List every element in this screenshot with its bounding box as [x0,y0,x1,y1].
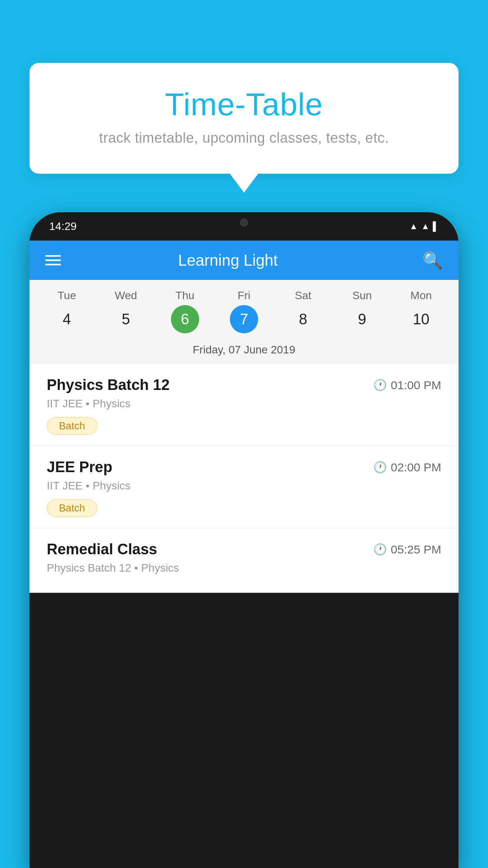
day-num-2: 6 [171,305,199,333]
day-num-5: 9 [348,305,376,333]
wifi-icon: ▲ [409,221,418,232]
clock-icon-1: 🕐 [373,461,387,474]
day-col-3[interactable]: Fri 7 [218,289,270,333]
day-col-5[interactable]: Sun 9 [337,289,388,333]
bubble-subtitle: track timetable, upcoming classes, tests… [61,130,427,146]
day-col-2[interactable]: Thu 6 [160,289,211,333]
day-col-4[interactable]: Sat 8 [277,289,328,333]
class-name-0: Physics Batch 12 [47,377,170,394]
app-title: Learning Light [45,252,411,269]
class-meta-2: Physics Batch 12 • Physics [47,562,441,574]
app-bar: Learning Light 🔍 [29,241,459,280]
day-name-5: Sun [352,289,372,302]
class-meta-0: IIT JEE • Physics [47,397,441,410]
days-row: Tue 4 Wed 5 Thu 6 Fri 7 Sat 8 [29,289,459,333]
bubble-title: Time-Table [61,86,427,123]
signal-icon: ▲ [421,221,430,232]
status-bar: 14:29 ▲ ▲ ▌ [29,212,459,241]
search-icon[interactable]: 🔍 [422,251,443,270]
battery-icon: ▌ [433,221,439,232]
class-item-2[interactable]: Remedial Class 🕐 05:25 PM Physics Batch … [29,528,459,593]
class-time-1: 🕐 02:00 PM [373,461,441,474]
class-time-2: 🕐 05:25 PM [373,543,441,556]
class-item-header-2: Remedial Class 🕐 05:25 PM [47,541,441,558]
class-name-2: Remedial Class [47,541,157,558]
class-item-header-0: Physics Batch 12 🕐 01:00 PM [47,377,441,394]
class-time-value-1: 02:00 PM [391,461,441,474]
class-item-1[interactable]: JEE Prep 🕐 02:00 PM IIT JEE • Physics Ba… [29,446,459,528]
day-num-6: 10 [407,305,435,333]
day-name-0: Tue [58,289,76,302]
day-name-6: Mon [411,289,432,302]
status-time: 14:29 [49,220,77,233]
day-num-1: 5 [112,305,140,333]
phone-frame: 14:29 ▲ ▲ ▌ Learning Light 🔍 Tue 4 [29,212,459,868]
day-col-0[interactable]: Tue 4 [41,289,92,333]
class-time-0: 🕐 01:00 PM [373,379,441,392]
camera-dot [240,219,248,226]
day-num-4: 8 [289,305,317,333]
phone-notch [213,212,275,233]
day-name-4: Sat [295,289,311,302]
day-col-1[interactable]: Wed 5 [100,289,151,333]
day-name-2: Thu [176,289,194,302]
status-icons: ▲ ▲ ▌ [409,221,439,232]
class-item-0[interactable]: Physics Batch 12 🕐 01:00 PM IIT JEE • Ph… [29,364,459,446]
day-num-0: 4 [53,305,81,333]
class-item-header-1: JEE Prep 🕐 02:00 PM [47,459,441,476]
day-name-1: Wed [115,289,137,302]
speech-bubble: Time-Table track timetable, upcoming cla… [29,63,459,174]
batch-badge-1: Batch [47,499,97,517]
class-name-1: JEE Prep [47,459,112,476]
clock-icon-2: 🕐 [373,543,387,556]
calendar-strip: Tue 4 Wed 5 Thu 6 Fri 7 Sat 8 [29,280,459,364]
day-name-3: Fri [238,289,251,302]
day-col-6[interactable]: Mon 10 [396,289,447,333]
class-list: Physics Batch 12 🕐 01:00 PM IIT JEE • Ph… [29,364,459,593]
class-time-value-2: 05:25 PM [391,543,441,556]
class-meta-1: IIT JEE • Physics [47,480,441,492]
selected-date-label: Friday, 07 June 2019 [29,337,459,364]
clock-icon-0: 🕐 [373,379,387,392]
class-time-value-0: 01:00 PM [391,379,441,392]
batch-badge-0: Batch [47,417,97,435]
day-num-3: 7 [230,305,258,333]
